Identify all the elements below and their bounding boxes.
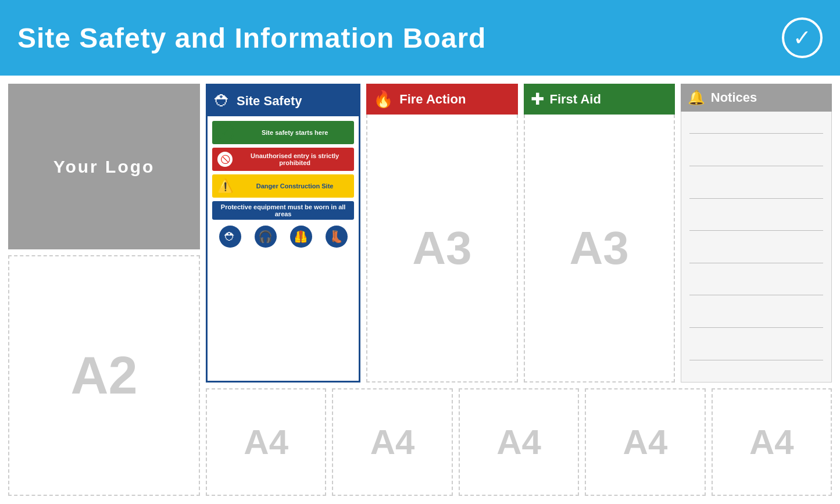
bell-icon: 🔔 (688, 90, 705, 106)
header-check-icon: ✓ (782, 17, 823, 58)
notice-line-6 (689, 295, 823, 295)
prohibit-icon: 🚫 (216, 150, 234, 169)
top-panels: ⛑ Site Safety ✓ Site safety starts here … (206, 84, 832, 383)
logo-text: Your Logo (53, 157, 155, 177)
a4-placeholder-3: A4 (459, 388, 579, 496)
logo-box: Your Logo (8, 84, 200, 249)
site-safety-header: ⛑ Site Safety (208, 85, 359, 116)
site-safety-header-text: Site Safety (237, 94, 302, 109)
a2-placeholder: A2 (8, 255, 200, 496)
fire-action-header: 🔥 Fire Action (366, 84, 517, 115)
fire-action-body: A3 (366, 115, 517, 383)
warning-icon: ⚠️ (216, 177, 234, 195)
plus-icon: ✚ (531, 90, 544, 109)
notices-body (681, 112, 832, 383)
notice-line-3 (689, 198, 823, 199)
bottom-a4-row: A4 A4 A4 A4 A4 (206, 388, 832, 496)
a4-label-4: A4 (623, 422, 668, 462)
check-circle-icon: ✓ (216, 123, 234, 142)
first-aid-header: ✚ First Aid (524, 84, 675, 115)
safety-item-text-4: Protective equipment must be worn in all… (216, 203, 351, 217)
a4-label-2: A4 (370, 422, 415, 462)
a4-label-3: A4 (496, 422, 541, 462)
header-bar: Site Safety and Information Board ✓ (0, 0, 840, 76)
ppe-vest-icon: 🦺 (290, 226, 312, 248)
safety-item-text-3: Danger Construction Site (239, 183, 351, 190)
ppe-helmet-icon: ⛑ (219, 226, 241, 248)
safety-item-text-1: Site safety starts here (239, 129, 351, 136)
first-aid-header-text: First Aid (550, 92, 601, 107)
a4-placeholder-5: A4 (712, 388, 832, 496)
site-safety-panel: ⛑ Site Safety ✓ Site safety starts here … (206, 84, 360, 383)
panels-column: ⛑ Site Safety ✓ Site safety starts here … (206, 84, 832, 496)
notice-line-5 (689, 263, 823, 263)
hardhat-icon: ⛑ (215, 91, 231, 110)
safety-item-blue: Protective equipment must be worn in all… (212, 201, 354, 220)
fire-action-panel: 🔥 Fire Action A3 (366, 84, 517, 383)
notice-line-8 (689, 360, 823, 360)
notices-panel: 🔔 Notices (681, 84, 832, 383)
main-content: Your Logo A2 ⛑ Site Safety ✓ Site safety… (0, 76, 840, 504)
a4-label-1: A4 (244, 422, 288, 462)
first-aid-body: A3 (524, 115, 675, 383)
fire-action-header-text: Fire Action (399, 92, 466, 107)
notices-header-text: Notices (711, 90, 757, 105)
notice-line-1 (689, 133, 823, 134)
fire-a3-label: A3 (412, 221, 471, 275)
safety-item-green: ✓ Site safety starts here (212, 121, 354, 144)
safety-item-yellow: ⚠️ Danger Construction Site (212, 174, 354, 198)
notice-line-7 (689, 327, 823, 328)
notices-header: 🔔 Notices (681, 84, 832, 112)
ppe-icons-row: ⛑ 🎧 🦺 👢 (212, 223, 354, 250)
a4-placeholder-1: A4 (206, 388, 326, 496)
ppe-boot-icon: 👢 (326, 226, 348, 248)
first-aid-panel: ✚ First Aid A3 (524, 84, 675, 383)
a2-label: A2 (70, 346, 137, 406)
a4-placeholder-2: A4 (332, 388, 452, 496)
ppe-ear-icon: 🎧 (255, 226, 277, 248)
fire-icon: 🔥 (373, 90, 394, 109)
notice-line-2 (689, 166, 823, 166)
site-safety-body: ✓ Site safety starts here 🚫 Unauthorised… (208, 116, 359, 381)
safety-item-red: 🚫 Unauthorised entry is strictly prohibi… (212, 148, 354, 171)
header-title: Site Safety and Information Board (17, 22, 486, 54)
a4-placeholder-4: A4 (585, 388, 705, 496)
a4-label-5: A4 (749, 422, 794, 462)
logo-column: Your Logo A2 (8, 84, 200, 496)
firstaid-a3-label: A3 (569, 221, 628, 275)
safety-item-text-2: Unauthorised entry is strictly prohibite… (239, 152, 351, 166)
notice-line-4 (689, 230, 823, 231)
